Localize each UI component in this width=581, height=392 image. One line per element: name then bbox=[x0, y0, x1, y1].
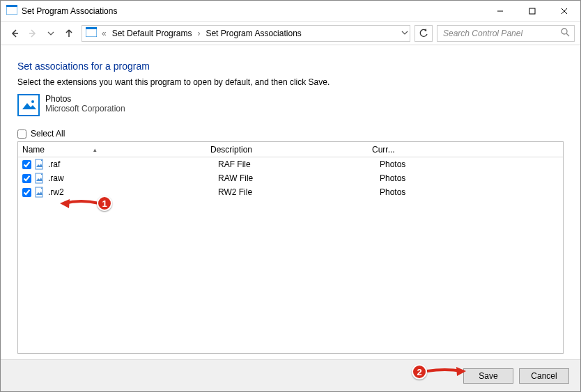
svg-rect-48 bbox=[36, 187, 42, 197]
row-curr: Photos bbox=[380, 173, 563, 183]
svg-rect-9 bbox=[86, 27, 97, 29]
row-ext: .raw bbox=[48, 173, 218, 183]
select-all-checkbox[interactable] bbox=[17, 130, 26, 139]
address-bar[interactable]: « Set Default Programs › Set Program Ass… bbox=[82, 25, 410, 42]
search-icon bbox=[561, 28, 570, 39]
row-checkbox[interactable] bbox=[22, 160, 31, 169]
annotation-arrow-1 bbox=[60, 198, 100, 214]
row-checkbox[interactable] bbox=[22, 188, 31, 197]
page-subtext: Select the extensions you want this prog… bbox=[17, 77, 564, 87]
svg-rect-3 bbox=[529, 8, 535, 14]
close-button[interactable] bbox=[548, 1, 580, 22]
table-row[interactable]: .rafRAF FilePhotos bbox=[18, 157, 563, 171]
search-input[interactable] bbox=[442, 28, 561, 39]
col-header-current[interactable]: Curr... bbox=[372, 145, 552, 155]
row-desc: RAF File bbox=[218, 159, 380, 169]
program-vendor: Microsoft Corporation bbox=[45, 104, 125, 113]
nav-bar: « Set Default Programs › Set Program Ass… bbox=[1, 22, 580, 45]
sort-asc-icon: ▴ bbox=[93, 146, 97, 153]
file-association-list: Name▴ Description Curr... .mp4MP4 FilePh… bbox=[17, 141, 564, 354]
row-curr: Photos bbox=[380, 159, 563, 169]
maximize-button[interactable] bbox=[516, 1, 548, 22]
forward-button[interactable] bbox=[24, 25, 41, 42]
titlebar: Set Program Associations bbox=[1, 1, 580, 22]
breadcrumb-set-associations[interactable]: Set Program Associations bbox=[203, 27, 304, 40]
chevron-right-icon: › bbox=[197, 29, 200, 38]
row-ext: .rw2 bbox=[48, 187, 218, 197]
program-name: Photos bbox=[45, 94, 125, 104]
bottom-bar: Save Cancel bbox=[1, 359, 580, 391]
up-button[interactable] bbox=[61, 25, 77, 42]
svg-line-11 bbox=[566, 33, 569, 36]
row-checkbox[interactable] bbox=[22, 174, 31, 183]
refresh-button[interactable] bbox=[415, 25, 433, 42]
file-type-icon bbox=[34, 159, 45, 170]
window: Set Program Associations « Set Default P… bbox=[0, 0, 581, 392]
window-title: Set Program Associations bbox=[22, 6, 117, 16]
save-button[interactable]: Save bbox=[463, 368, 513, 384]
back-button[interactable] bbox=[6, 25, 23, 42]
file-type-icon bbox=[34, 173, 45, 184]
table-row[interactable]: .rawRAW FilePhotos bbox=[18, 171, 563, 185]
cancel-button[interactable]: Cancel bbox=[519, 368, 569, 384]
address-history-chevron-icon[interactable] bbox=[401, 29, 408, 38]
svg-point-14 bbox=[31, 100, 34, 103]
col-header-description[interactable]: Description bbox=[210, 145, 372, 155]
svg-rect-42 bbox=[36, 159, 42, 169]
row-ext: .raf bbox=[48, 159, 218, 169]
photos-app-icon bbox=[17, 94, 40, 116]
row-desc: RAW File bbox=[218, 173, 380, 183]
file-type-icon bbox=[34, 187, 45, 198]
app-icon-small bbox=[86, 27, 97, 39]
program-info: Photos Microsoft Corporation bbox=[17, 94, 564, 116]
annotation-badge-1: 1 bbox=[97, 196, 112, 211]
row-desc: RW2 File bbox=[218, 187, 380, 197]
svg-rect-45 bbox=[36, 173, 42, 183]
annotation-arrow-2 bbox=[426, 366, 466, 382]
list-body[interactable]: .mp4MP4 FilePhotos.mp4vMP4V FilePhotos.m… bbox=[18, 157, 563, 353]
content: Set associations for a program Select th… bbox=[1, 45, 580, 359]
minimize-button[interactable] bbox=[484, 1, 516, 22]
svg-rect-1 bbox=[6, 5, 17, 7]
svg-marker-52 bbox=[456, 367, 466, 376]
search-box[interactable] bbox=[437, 25, 575, 42]
svg-point-10 bbox=[561, 29, 567, 34]
col-header-name[interactable]: Name▴ bbox=[18, 145, 210, 155]
breadcrumb-sep-icon: « bbox=[102, 29, 107, 38]
select-all-label: Select All bbox=[31, 129, 65, 139]
select-all-row: Select All bbox=[17, 129, 564, 139]
row-curr: Photos bbox=[380, 187, 563, 197]
app-icon bbox=[6, 5, 17, 17]
svg-marker-51 bbox=[60, 199, 70, 208]
recent-locations-button[interactable] bbox=[42, 25, 59, 42]
page-heading: Set associations for a program bbox=[17, 61, 564, 72]
annotation-badge-2: 2 bbox=[412, 364, 427, 379]
list-header: Name▴ Description Curr... bbox=[18, 142, 563, 157]
breadcrumb-set-default[interactable]: Set Default Programs bbox=[109, 27, 195, 40]
